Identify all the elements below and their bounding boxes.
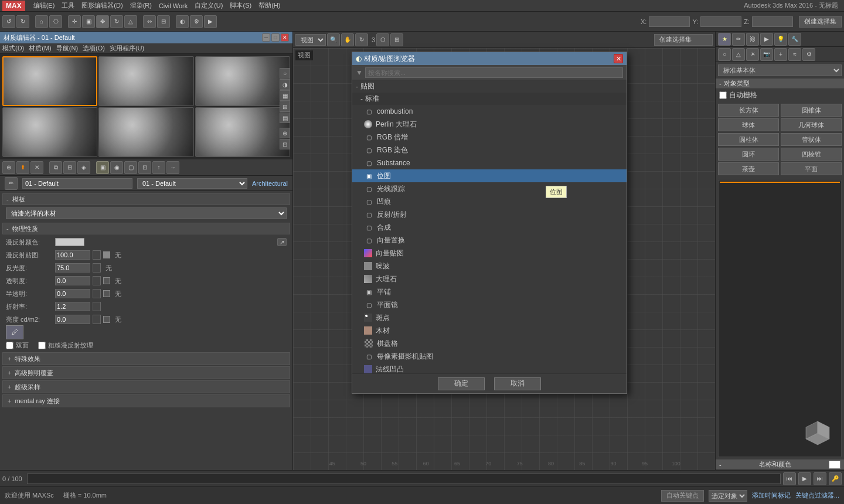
get-material-btn[interactable]: ⊕: [280, 128, 290, 138]
reset-mat-btn[interactable]: ✕: [30, 161, 43, 174]
browser-item-mirror[interactable]: ▢ 平面镜: [352, 298, 627, 311]
menu-utilities[interactable]: 实用程序(U): [110, 44, 144, 53]
translucency-spinner[interactable]: [93, 289, 101, 298]
sample-sphere-1[interactable]: [2, 56, 97, 106]
unlink-btn[interactable]: ⎔: [49, 15, 62, 28]
torus-btn[interactable]: 圆环: [718, 148, 779, 161]
mat-editor-maximize[interactable]: □: [271, 33, 280, 42]
material-editor-btn[interactable]: ◐: [176, 15, 189, 28]
cone-btn[interactable]: 圆锥体: [781, 104, 842, 117]
expand-supersampling[interactable]: + 超级采样: [2, 380, 290, 393]
diffuse-map-checkbox[interactable]: [103, 251, 110, 258]
color-picker-btn[interactable]: 🖊: [6, 325, 23, 339]
play-btn[interactable]: ▶: [798, 472, 811, 485]
browser-close-btn[interactable]: ✕: [614, 54, 623, 63]
expand-advanced[interactable]: + 高级照明覆盖: [2, 366, 290, 379]
browser-item-vec-disp[interactable]: ▢ 向量置换: [352, 234, 627, 247]
shapes-btn[interactable]: △: [732, 48, 745, 61]
sample-sphere-3[interactable]: [195, 56, 290, 106]
link-btn[interactable]: ⌂: [35, 15, 48, 28]
browser-item-cam-map[interactable]: ▢ 每像素摄影机贴图: [352, 350, 627, 363]
auto-key-btn[interactable]: 自动关键点: [661, 490, 704, 502]
create-tab[interactable]: ★: [718, 33, 731, 46]
browser-item-checker[interactable]: 棋盘格: [352, 337, 627, 350]
transparency-spinner[interactable]: [93, 276, 101, 285]
menu-options[interactable]: 选项(O): [83, 44, 105, 53]
teapot-btn[interactable]: 茶壶: [718, 162, 779, 175]
primitive-type-select[interactable]: 标准基本体: [718, 64, 842, 76]
hierarchy-tab[interactable]: ⛓: [746, 33, 759, 46]
browser-item-combustion[interactable]: ▢ combustion: [352, 105, 627, 118]
make-unique-btn[interactable]: ◈: [77, 161, 90, 174]
select-region-btn[interactable]: ▣: [82, 15, 95, 28]
auto-grid-checkbox[interactable]: [719, 91, 727, 99]
prev-frame-btn[interactable]: ⏮: [783, 472, 796, 485]
render-setup-btn[interactable]: ⚙: [190, 15, 203, 28]
browser-item-composite[interactable]: ▢ 合成: [352, 221, 627, 234]
select-btn[interactable]: ✛: [68, 15, 81, 28]
tube-btn[interactable]: 管状体: [781, 133, 842, 146]
perspective-btn[interactable]: ⬡: [376, 33, 389, 46]
mat-map-nav-btn[interactable]: ▣: [96, 161, 109, 174]
background-btn[interactable]: ▦: [280, 90, 290, 101]
translucency-value[interactable]: [55, 289, 90, 298]
geosphere-btn[interactable]: 几何球体: [781, 118, 842, 131]
plane-btn[interactable]: 平面: [781, 162, 842, 175]
browser-item-perlin[interactable]: Perlin 大理石: [352, 118, 627, 131]
diffuse-color-map-btn[interactable]: ↗: [277, 238, 287, 246]
reflectance-spinner[interactable]: [93, 263, 101, 273]
material-name-input[interactable]: [22, 178, 132, 189]
browser-item-noise[interactable]: 噪波: [352, 260, 627, 273]
y-input[interactable]: [700, 16, 741, 27]
double-sided-check[interactable]: 双面: [6, 341, 29, 350]
section-physical[interactable]: - 物理性质: [2, 223, 290, 234]
go-parent-btn[interactable]: ↑: [152, 161, 165, 174]
select-type-select[interactable]: 选定对象: [709, 490, 747, 502]
sample-uv-btn[interactable]: ⊞: [280, 101, 290, 112]
menu-render[interactable]: 渲染(R): [127, 1, 155, 10]
show-map-btn[interactable]: ◉: [110, 161, 123, 174]
sample-sphere-2[interactable]: [98, 56, 193, 106]
pyramid-btn[interactable]: 四棱锥: [781, 148, 842, 161]
material-name-select[interactable]: 01 - Default: [137, 178, 247, 189]
menu-navigation[interactable]: 导航(N): [56, 44, 78, 53]
rough-check[interactable]: 粗糙漫反射纹理: [38, 341, 93, 350]
refraction-spinner[interactable]: [93, 302, 101, 311]
put-mat-btn[interactable]: ⬆: [16, 161, 29, 174]
rough-checkbox[interactable]: [38, 342, 46, 349]
render-btn[interactable]: ▶: [204, 15, 217, 28]
expand-mental-ray[interactable]: + mental ray 连接: [2, 394, 290, 407]
arc-rotate-btn[interactable]: ↻: [355, 33, 368, 46]
diffuse-map-spinner[interactable]: [93, 250, 101, 260]
get-mat-btn[interactable]: ⊕: [2, 161, 15, 174]
geo-btn[interactable]: ○: [718, 48, 731, 61]
section-template[interactable]: - 模板: [2, 193, 290, 205]
paste-mat-btn[interactable]: ⊟: [63, 161, 76, 174]
browser-ok-btn[interactable]: 确定: [438, 377, 485, 390]
refraction-value[interactable]: [55, 302, 90, 311]
rotate-btn[interactable]: ↻: [110, 15, 123, 28]
transparency-value[interactable]: [55, 276, 90, 285]
menu-customize[interactable]: 自定义(U): [191, 1, 226, 10]
next-frame-btn[interactable]: ⏭: [814, 472, 826, 485]
spacewarps-btn[interactable]: ≈: [788, 48, 801, 61]
translucency-checkbox[interactable]: [103, 290, 110, 297]
mirror-btn[interactable]: ⇔: [143, 15, 156, 28]
browser-item-substance[interactable]: ▢ Substance: [352, 156, 627, 169]
luminance-spinner[interactable]: [93, 315, 101, 324]
luminance-checkbox[interactable]: [103, 316, 110, 323]
video-color-btn[interactable]: ▤: [280, 113, 290, 123]
sample-type-btn[interactable]: ○: [280, 68, 290, 79]
browser-item-rgb-mult[interactable]: ▢ RGB 倍增: [352, 131, 627, 144]
dropper-btn[interactable]: ✏: [5, 177, 18, 190]
diffuse-map-value[interactable]: [55, 250, 90, 260]
key-filter-btn[interactable]: 关键点过滤器...: [795, 491, 839, 500]
expand-special[interactable]: + 特殊效果: [2, 352, 290, 365]
cylinder-btn[interactable]: 圆柱体: [718, 133, 779, 146]
browser-item-normal-bump[interactable]: 法线凹凸: [352, 363, 627, 373]
cameras-btn[interactable]: 📷: [760, 48, 773, 61]
transparency-checkbox[interactable]: [103, 277, 110, 284]
sample-sphere-6[interactable]: [195, 107, 290, 157]
backlight-btn[interactable]: ◑: [280, 79, 290, 90]
browser-item-speckle[interactable]: 斑点: [352, 311, 627, 324]
